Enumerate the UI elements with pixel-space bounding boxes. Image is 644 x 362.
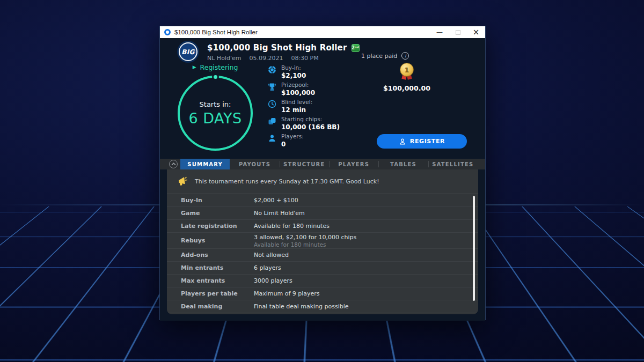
- tab-list: SUMMARY PAYOUTS STRUCTURE PLAYERS TABLES…: [180, 159, 478, 169]
- stat-value: 10,000 (166 BB): [281, 123, 340, 131]
- registration-status: ▶ Registering: [178, 63, 253, 71]
- countdown-ring: Starts in: 6 DAYS: [178, 76, 253, 151]
- row-value: 3000 players: [254, 277, 292, 284]
- summary-row-late-registration: Late registration Available for 180 minu…: [167, 220, 478, 233]
- rebuy-badge: 2ⁿᵈ: [352, 44, 360, 52]
- row-label: Rebuys: [181, 237, 254, 244]
- row-label: Add-ons: [181, 252, 254, 258]
- row-value: $2,000 + $100: [254, 197, 298, 204]
- summary-row-game: Game No Limit Hold'em: [167, 207, 478, 220]
- chips-stack-icon: [268, 117, 276, 125]
- stat-value: 12 min: [281, 106, 312, 114]
- summary-row-deal-making: Deal making Final table deal making poss…: [167, 300, 478, 313]
- summary-scrollbar[interactable]: [473, 196, 475, 301]
- player-icon: [268, 134, 276, 143]
- stat-value: $2,100: [281, 72, 306, 79]
- row-label: Late registration: [181, 223, 254, 230]
- game-type: NL Hold'em: [207, 55, 241, 62]
- row-value: 3 allowed, $2,100 for 10,000 chips: [254, 234, 356, 241]
- row-label: Min entrants: [181, 264, 254, 271]
- row-value: No Limit Hold'em: [254, 210, 305, 217]
- tournament-window: $100,000 Big Shot High Roller — × BIG $1…: [159, 26, 486, 320]
- places-paid-label: 1 place paid: [361, 53, 397, 60]
- announcement-text: This tournament runs every Sunday at 17:…: [195, 178, 379, 185]
- announcement-row: This tournament runs every Sunday at 17:…: [167, 169, 478, 194]
- summary-row-rebuys: Rebuys 3 allowed, $2,100 for 10,000 chip…: [167, 233, 478, 249]
- tournament-title: $100,000 Big Shot High Roller: [207, 43, 347, 53]
- medal-rank: 1: [400, 63, 414, 77]
- chevron-up-icon: [171, 162, 176, 166]
- info-icon[interactable]: i: [401, 52, 409, 60]
- countdown-label: Starts in:: [200, 100, 231, 108]
- countdown-value: 6 DAYS: [188, 110, 241, 127]
- tournament-logo: BIG: [177, 41, 199, 63]
- register-label: REGISTER: [410, 138, 445, 145]
- first-place-medal: 1: [400, 63, 414, 77]
- row-value: Maximum of 9 players: [254, 290, 320, 297]
- maximize-button[interactable]: [449, 26, 467, 38]
- tab-summary[interactable]: SUMMARY: [180, 159, 230, 169]
- first-prize-amount: $100,000.00: [375, 84, 439, 92]
- places-paid: 1 place paid i: [361, 52, 409, 60]
- stat-value: $100,000: [281, 89, 315, 97]
- row-value: Final table deal making possible: [254, 303, 349, 310]
- row-value: 6 players: [254, 264, 281, 271]
- stat-value: 0: [281, 141, 304, 148]
- stat-buyin: Buy-in: $2,100: [268, 64, 340, 79]
- tournament-title-row: $100,000 Big Shot High Roller 2ⁿᵈ: [207, 43, 360, 53]
- stat-label: Starting chips:: [281, 116, 340, 123]
- start-time: 08:30 PM: [291, 55, 318, 62]
- window-content: BIG $100,000 Big Shot High Roller 2ⁿᵈ NL…: [160, 38, 485, 321]
- register-person-icon: [399, 138, 406, 145]
- row-label: Max entrants: [181, 277, 254, 284]
- start-date: 05.09.2021: [249, 55, 283, 62]
- summary-row-buyin: Buy-In $2,000 + $100: [167, 194, 478, 207]
- stat-label: Prizepool:: [281, 82, 315, 88]
- tab-satellites[interactable]: SATELLITES: [428, 159, 478, 169]
- status-label: Registering: [200, 63, 238, 71]
- summary-row-players-per-table: Players per table Maximum of 9 players: [167, 287, 478, 300]
- row-value: Not allowed: [254, 252, 289, 258]
- collapse-panel-button[interactable]: [169, 160, 178, 168]
- tab-payouts[interactable]: PAYOUTS: [230, 159, 279, 169]
- chip-icon: [268, 65, 276, 74]
- summary-row-addons: Add-ons Not allowed: [167, 249, 478, 262]
- summary-row-max-entrants: Max entrants 3000 players: [167, 275, 478, 287]
- tab-tables[interactable]: TABLES: [378, 159, 428, 169]
- tournament-stats: Buy-in: $2,100 Prizepool: $100,000 Blin: [268, 64, 340, 148]
- app-icon: [164, 29, 171, 35]
- megaphone-icon: [177, 176, 188, 187]
- stat-starting-chips: Starting chips: 10,000 (166 BB): [268, 116, 340, 131]
- window-title: $100,000 Big Shot High Roller: [174, 29, 258, 35]
- summary-panel: This tournament runs every Sunday at 17:…: [167, 169, 478, 314]
- stat-label: Players:: [281, 133, 304, 140]
- tab-structure[interactable]: STRUCTURE: [280, 159, 329, 169]
- stat-players: Players: 0: [268, 133, 340, 148]
- summary-row-min-entrants: Min entrants 6 players: [167, 262, 478, 275]
- title-bar[interactable]: $100,000 Big Shot High Roller — ×: [160, 26, 485, 38]
- register-button[interactable]: REGISTER: [377, 134, 467, 149]
- row-value: Available for 180 minutes: [254, 223, 330, 230]
- stat-label: Buy-in:: [281, 64, 306, 71]
- tournament-subtitle: NL Hold'em 05.09.2021 08:30 PM: [207, 55, 319, 62]
- big-logo-text: BIG: [179, 42, 197, 61]
- trophy-icon: [268, 83, 276, 91]
- play-icon: ▶: [193, 65, 196, 70]
- close-button[interactable]: ×: [467, 26, 485, 38]
- stat-prizepool: Prizepool: $100,000: [268, 82, 340, 97]
- row-value-secondary: Available for 180 minutes: [254, 241, 356, 248]
- row-label: Buy-In: [181, 197, 254, 204]
- row-label: Deal making: [181, 303, 254, 310]
- maximize-icon: [456, 30, 460, 35]
- tab-players[interactable]: PLAYERS: [329, 159, 378, 169]
- row-label: Players per table: [181, 290, 254, 297]
- minimize-button[interactable]: —: [430, 26, 449, 38]
- clock-icon: [268, 100, 276, 108]
- stat-label: Blind level:: [281, 99, 312, 106]
- row-label: Game: [181, 210, 254, 217]
- tab-bar: SUMMARY PAYOUTS STRUCTURE PLAYERS TABLES…: [160, 159, 485, 169]
- stat-blind-level: Blind level: 12 min: [268, 99, 340, 114]
